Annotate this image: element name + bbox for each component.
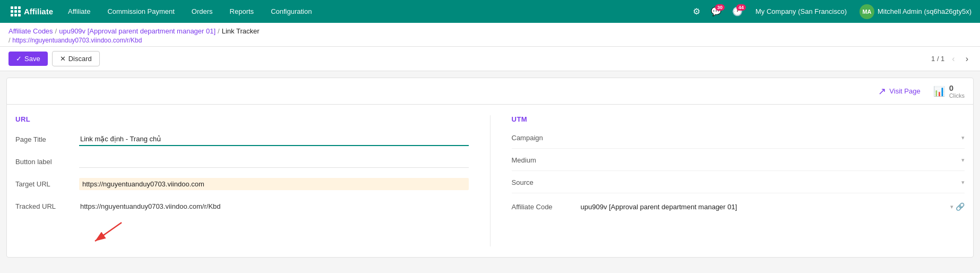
settings-icon: ⚙ — [693, 6, 700, 16]
affiliate-code-row: Affiliate Code upu909v [Approval parent … — [512, 198, 965, 216]
campaign-label: Campaign — [512, 134, 581, 142]
card-header: ↗ Visit Page 📊 0 Clicks — [7, 78, 973, 105]
page-title-label: Page Title — [15, 135, 79, 143]
top-navigation: Affiliate Affiliate Commission Payment O… — [0, 0, 980, 23]
source-dropdown-icon: ▾ — [961, 179, 965, 186]
nav-menu: Affiliate Commission Payment Orders Repo… — [59, 0, 320, 23]
url-section: URL Page Title Button label Target URL T… — [15, 115, 490, 246]
topnav-right: ⚙ 💬 30 🕐 44 My Company (San Francisco) M… — [689, 3, 976, 20]
breadcrumb-sep-2: / — [218, 27, 220, 35]
arrow-annotation — [79, 220, 143, 246]
button-label-row: Button label — [15, 153, 469, 170]
button-label-input[interactable] — [79, 155, 469, 168]
chat-badge: 30 — [715, 4, 725, 11]
form-body: URL Page Title Button label Target URL T… — [7, 105, 973, 257]
chat-button[interactable]: 💬 30 — [707, 3, 726, 20]
breadcrumb-url[interactable]: https://nguyentuanduy0703.viindoo.com/r/… — [12, 37, 142, 44]
campaign-dropdown-icon: ▾ — [961, 134, 965, 141]
button-label-label: Button label — [15, 158, 79, 166]
prev-page-button[interactable]: ‹ — [949, 53, 958, 65]
company-switcher[interactable]: My Company (San Francisco) — [749, 7, 853, 15]
discard-button[interactable]: ✕ Discard — [52, 51, 100, 66]
campaign-row: Campaign ▾ — [512, 131, 965, 149]
page-title-row: Page Title — [15, 131, 469, 148]
target-url-label: Target URL — [15, 180, 79, 188]
breadcrumb-affiliate-codes[interactable]: Affiliate Codes — [8, 27, 53, 35]
check-icon: ✓ — [16, 55, 22, 63]
medium-value-area[interactable]: ▾ — [581, 157, 965, 164]
nav-item-reports[interactable]: Reports — [221, 0, 263, 23]
medium-dropdown-icon: ▾ — [961, 157, 965, 164]
app-logo[interactable]: Affiliate — [4, 6, 59, 16]
pagination: 1 / 1 ‹ › — [931, 53, 972, 65]
affiliate-code-dropdown-icon: ▾ — [950, 203, 953, 210]
source-value-area[interactable]: ▾ — [581, 179, 965, 186]
breadcrumb-sep-3: / — [8, 36, 11, 44]
main-content: ↗ Visit Page 📊 0 Clicks URL Page Title — [0, 71, 980, 269]
user-menu[interactable]: MA Mitchell Admin (sq6ha26gty5x) — [855, 4, 976, 19]
medium-label: Medium — [512, 156, 581, 164]
clicks-count: 0 — [949, 83, 965, 92]
nav-item-orders[interactable]: Orders — [183, 0, 221, 23]
utm-section: UTM Campaign ▾ Medium ▾ Sour — [490, 115, 965, 246]
tracked-url-label: Tracked URL — [15, 202, 79, 210]
visit-page-button[interactable]: ↗ Visit Page — [878, 86, 920, 97]
breadcrumb-area: Affiliate Codes / upu909v [Approval pare… — [0, 23, 980, 47]
affiliate-code-label: Affiliate Code — [512, 203, 581, 211]
target-url-input[interactable] — [79, 178, 469, 190]
app-name: Affiliate — [24, 7, 53, 16]
clock-badge: 44 — [736, 4, 746, 11]
breadcrumb-affiliate-code-item[interactable]: upu909v [Approval parent department mana… — [59, 27, 216, 35]
tracked-url-row: Tracked URL https://nguyentuanduy0703.vi… — [15, 198, 469, 215]
utm-section-label: UTM — [512, 115, 965, 123]
tracked-url-value: https://nguyentuanduy0703.viindoo.com/r/… — [79, 200, 469, 212]
source-row: Source ▾ — [512, 175, 965, 193]
save-button[interactable]: ✓ Save — [8, 52, 48, 66]
grid-icon — [11, 6, 21, 16]
breadcrumb-current: Link Tracker — [222, 27, 260, 35]
toolbar: ✓ Save ✕ Discard 1 / 1 ‹ › — [0, 47, 980, 71]
nav-item-commission-payment[interactable]: Commission Payment — [99, 0, 183, 23]
url-section-label: URL — [15, 115, 469, 123]
page-title-input[interactable] — [79, 133, 469, 146]
breadcrumb: Affiliate Codes / upu909v [Approval pare… — [8, 27, 972, 35]
next-page-button[interactable]: › — [962, 53, 972, 65]
medium-row: Medium ▾ — [512, 153, 965, 171]
nav-item-configuration[interactable]: Configuration — [262, 0, 320, 23]
clicks-stat[interactable]: 📊 0 Clicks — [933, 83, 965, 99]
settings-button[interactable]: ⚙ — [689, 3, 704, 20]
avatar: MA — [859, 4, 874, 19]
external-link-icon: ↗ — [878, 86, 886, 97]
breadcrumb-sep-1: / — [55, 27, 57, 35]
svg-line-1 — [95, 223, 122, 241]
affiliate-code-value-area: upu909v [Approval parent department mana… — [581, 200, 965, 213]
clicks-label: Clicks — [949, 92, 965, 99]
campaign-value-area[interactable]: ▾ — [581, 134, 965, 141]
affiliate-code-value: upu909v [Approval parent department mana… — [581, 203, 951, 211]
source-label: Source — [512, 178, 581, 186]
bar-chart-icon: 📊 — [933, 86, 945, 97]
target-url-row: Target URL — [15, 175, 469, 192]
nav-item-affiliate[interactable]: Affiliate — [59, 0, 99, 23]
x-icon: ✕ — [60, 55, 66, 63]
clock-button[interactable]: 🕐 44 — [728, 3, 747, 20]
affiliate-code-external-link-icon[interactable]: 🔗 — [956, 202, 965, 211]
form-card: ↗ Visit Page 📊 0 Clicks URL Page Title — [6, 78, 974, 258]
